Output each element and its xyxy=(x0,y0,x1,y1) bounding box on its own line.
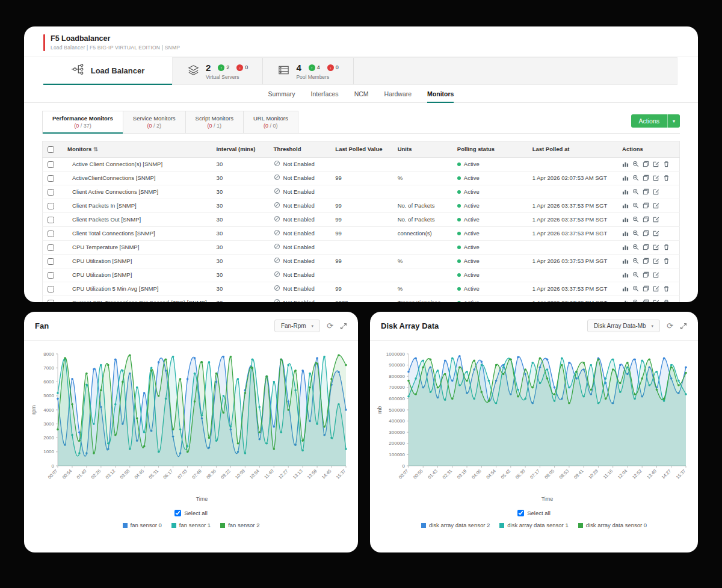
legend-item-1[interactable]: disk array data sensor 1 xyxy=(499,522,568,528)
stat-virtual-servers[interactable]: 2 ↑2 ↓0 Virtual Servers xyxy=(173,58,263,84)
edit-icon[interactable] xyxy=(653,271,659,278)
chart-icon[interactable] xyxy=(622,188,629,195)
monitor-name[interactable]: Active Client Connection(s) [SNMP] xyxy=(72,161,162,167)
edit-icon[interactable] xyxy=(653,258,659,264)
edit-icon[interactable] xyxy=(653,230,659,237)
nav-tab-hardware[interactable]: Hardware xyxy=(384,90,412,102)
zoom-icon[interactable] xyxy=(632,258,639,264)
edit-icon[interactable] xyxy=(653,299,659,302)
row-checkbox[interactable] xyxy=(48,231,54,237)
zoom-icon[interactable] xyxy=(632,175,639,181)
legend-item-2[interactable]: fan sensor 2 xyxy=(220,522,259,528)
fan-metric-dropdown[interactable]: Fan-Rpm ▾ xyxy=(274,320,320,332)
chart-icon[interactable] xyxy=(622,244,629,250)
chart-icon[interactable] xyxy=(622,285,629,292)
edit-icon[interactable] xyxy=(653,175,659,181)
row-checkbox[interactable] xyxy=(48,175,54,182)
nav-tab-summary[interactable]: Summary xyxy=(268,90,295,102)
chart-icon[interactable] xyxy=(622,161,629,167)
monitor-name[interactable]: Client Total Connections [SNMP] xyxy=(72,230,155,237)
row-checkbox[interactable] xyxy=(48,286,54,292)
load-balancer-tab[interactable]: Load Balancer xyxy=(43,57,172,85)
copy-icon[interactable] xyxy=(643,271,649,278)
expand-icon[interactable] xyxy=(340,323,347,330)
copy-icon[interactable] xyxy=(643,188,649,195)
monitor-name[interactable]: Current SSL Transactions Per Second (TPS… xyxy=(72,299,207,302)
row-checkbox[interactable] xyxy=(48,189,54,196)
monitor-tab-service-monitors[interactable]: Service Monitors (0 / 2) xyxy=(123,111,186,133)
edit-icon[interactable] xyxy=(653,188,659,195)
chart-icon[interactable] xyxy=(622,271,629,278)
chart-icon[interactable] xyxy=(622,299,629,302)
chart-icon[interactable] xyxy=(622,175,629,181)
row-checkbox[interactable] xyxy=(48,217,54,223)
sort-icon[interactable]: ⇅ xyxy=(93,146,98,152)
monitor-name[interactable]: ActiveClientConnections [SNMP] xyxy=(72,175,155,181)
delete-icon[interactable] xyxy=(663,161,670,167)
copy-icon[interactable] xyxy=(643,202,649,209)
chart-icon[interactable] xyxy=(622,258,629,264)
zoom-icon[interactable] xyxy=(632,285,639,292)
expand-icon[interactable] xyxy=(680,323,687,330)
delete-icon[interactable] xyxy=(663,244,670,250)
chart-icon[interactable] xyxy=(622,216,629,223)
copy-icon[interactable] xyxy=(643,230,649,237)
zoom-icon[interactable] xyxy=(632,216,639,223)
copy-icon[interactable] xyxy=(643,285,649,292)
nav-tab-monitors[interactable]: Monitors xyxy=(427,90,454,103)
delete-icon[interactable] xyxy=(663,175,670,181)
monitor-name[interactable]: CPU Utilization 5 Min Avg [SNMP] xyxy=(72,285,158,292)
delete-icon[interactable] xyxy=(663,258,670,264)
refresh-icon[interactable]: ⟳ xyxy=(327,322,333,330)
zoom-icon[interactable] xyxy=(632,230,639,237)
chart-icon[interactable] xyxy=(622,202,629,209)
copy-icon[interactable] xyxy=(643,258,649,264)
actions-caret-icon[interactable]: ▾ xyxy=(667,114,680,128)
row-checkbox[interactable] xyxy=(48,258,54,265)
row-checkbox[interactable] xyxy=(48,203,54,209)
select-all-rows-checkbox[interactable] xyxy=(48,146,54,153)
monitor-tab-script-monitors[interactable]: Script Monitors (0 / 1) xyxy=(185,111,244,133)
row-checkbox[interactable] xyxy=(48,272,54,279)
zoom-icon[interactable] xyxy=(632,161,639,167)
legend-item-1[interactable]: fan sensor 1 xyxy=(171,522,211,528)
monitor-name[interactable]: CPU Temperature [SNMP] xyxy=(72,244,139,250)
copy-icon[interactable] xyxy=(643,244,649,250)
row-checkbox[interactable] xyxy=(48,300,54,302)
monitor-name[interactable]: Client Packets Out [SNMP] xyxy=(72,216,141,223)
refresh-icon[interactable]: ⟳ xyxy=(667,322,673,330)
legend-item-0[interactable]: disk array data sensor 2 xyxy=(421,522,490,528)
edit-icon[interactable] xyxy=(653,216,659,223)
edit-icon[interactable] xyxy=(653,202,659,209)
nav-tab-ncm[interactable]: NCM xyxy=(354,90,369,102)
select-all-checkbox[interactable]: Select all xyxy=(517,510,551,516)
stat-pool-members[interactable]: 4 ↑4 ↓0 Pool Members xyxy=(263,58,353,84)
edit-icon[interactable] xyxy=(653,244,659,250)
zoom-icon[interactable] xyxy=(632,271,639,278)
actions-button[interactable]: Actions ▾ xyxy=(631,114,680,128)
nav-tab-interfaces[interactable]: Interfaces xyxy=(311,90,339,102)
monitor-name[interactable]: Client Packets In [SNMP] xyxy=(72,202,137,209)
copy-icon[interactable] xyxy=(643,216,649,223)
zoom-icon[interactable] xyxy=(632,188,639,195)
row-checkbox[interactable] xyxy=(48,244,54,251)
monitor-name[interactable]: CPU Utilization [SNMP] xyxy=(72,258,132,264)
edit-icon[interactable] xyxy=(653,161,659,167)
zoom-icon[interactable] xyxy=(632,299,639,302)
select-all-checkbox[interactable]: Select all xyxy=(174,510,208,516)
delete-icon[interactable] xyxy=(663,285,670,292)
chart-icon[interactable] xyxy=(622,230,629,237)
disk-metric-dropdown[interactable]: Disk Array Data-Mb ▾ xyxy=(587,320,660,332)
legend-item-0[interactable]: fan sensor 0 xyxy=(123,522,162,528)
row-checkbox[interactable] xyxy=(48,161,54,168)
zoom-icon[interactable] xyxy=(632,202,639,209)
monitor-name[interactable]: Client Active Connections [SNMP] xyxy=(72,188,158,195)
col-monitors[interactable]: Monitors xyxy=(67,146,91,152)
monitor-tab-url-monitors[interactable]: URL Monitors (0 / 0) xyxy=(243,111,298,133)
copy-icon[interactable] xyxy=(643,299,649,302)
copy-icon[interactable] xyxy=(643,175,649,181)
zoom-icon[interactable] xyxy=(632,244,639,250)
legend-item-2[interactable]: disk array data sensor 0 xyxy=(578,522,647,528)
delete-icon[interactable] xyxy=(663,299,670,302)
copy-icon[interactable] xyxy=(643,161,649,167)
